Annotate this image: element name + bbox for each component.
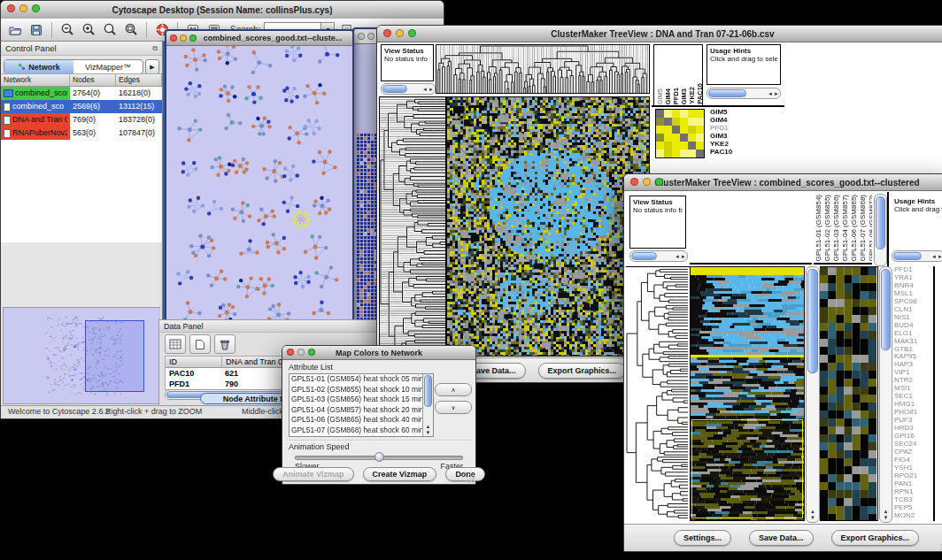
animation-speed-slider[interactable]	[295, 456, 463, 460]
zoom-in-icon[interactable]	[80, 21, 97, 39]
maximize-button[interactable]	[308, 349, 315, 356]
scroll-left-icon[interactable]: ◄	[675, 254, 680, 259]
network-row[interactable]: RNAPuberNov2+ 563(0) 107847(0)	[1, 127, 162, 140]
scroll-down-icon[interactable]: ▼	[810, 515, 815, 521]
close-button[interactable]	[287, 349, 294, 356]
maximize-button[interactable]	[32, 4, 40, 12]
attribute-option[interactable]: GPL51-02 (GSM855) heat shock 10 min	[291, 385, 422, 395]
network-view-canvas[interactable]	[166, 46, 349, 322]
minimize-button[interactable]	[643, 178, 651, 186]
treeview-button[interactable]: Save Data...	[749, 530, 814, 546]
close-button[interactable]	[7, 4, 15, 12]
scroll-up-icon[interactable]: ▲	[810, 509, 815, 515]
attribute-option[interactable]: GPL51-06 (GSM865) heat shock 40 min	[291, 415, 422, 426]
attribute-option[interactable]: GPL51-01 (GSM854) heat shock 05 min	[291, 374, 422, 385]
array-label[interactable]: GIM3	[681, 88, 688, 104]
scroll-left-icon[interactable]: ◄	[931, 254, 937, 259]
scrollbar-thumb[interactable]	[631, 252, 657, 260]
gene-label[interactable]: GIM3	[710, 132, 763, 140]
scroll-down-icon[interactable]: ▼	[423, 430, 433, 436]
genes-vscrollbar[interactable]: ▲▼	[879, 266, 892, 523]
attribute-option[interactable]: GPL51-07 (GSM868) heat shock 60 min	[291, 426, 422, 436]
slider-thumb[interactable]	[374, 452, 384, 462]
treeview2-titlebar[interactable]: ClusterMaker TreeView : combined_scores_…	[624, 174, 942, 191]
frame-close-button[interactable]	[170, 35, 177, 42]
tab-overflow-button[interactable]: ▶	[145, 59, 159, 74]
treeview-button[interactable]: Export Graphics...	[538, 363, 627, 379]
gene-label[interactable]: GIM4	[710, 116, 763, 124]
frame-close-button[interactable]	[358, 33, 365, 40]
row-dendrogram-canvas[interactable]	[380, 97, 445, 356]
scroll-right-icon[interactable]: ►	[681, 254, 686, 259]
tab-network[interactable]: Network	[4, 60, 73, 73]
scrollbar-thumb[interactable]	[876, 196, 885, 249]
column-dendrogram-canvas[interactable]	[436, 45, 649, 93]
minimize-button[interactable]	[396, 29, 404, 37]
close-button[interactable]	[630, 178, 638, 186]
gene-label[interactable]: GIM5	[710, 108, 763, 116]
attribute-option[interactable]: GPL51-04 (GSM857) heat shock 20 min	[291, 405, 422, 416]
scroll-right-icon[interactable]: ►	[774, 91, 779, 96]
usage-hints-hscrollbar[interactable]: ◄►	[706, 88, 781, 99]
tab-vizmapper[interactable]: VizMapper™	[73, 60, 143, 73]
column-header-id[interactable]: ID	[166, 357, 222, 367]
new-attribute-icon[interactable]	[189, 334, 211, 354]
listbox-vscrollbar[interactable]: ▲▼	[422, 374, 433, 436]
treeview-button[interactable]: Export Graphics...	[831, 530, 920, 546]
array-label[interactable]: GPL51-03 (GSM856)	[832, 195, 840, 262]
scroll-down-icon[interactable]: ▼	[884, 515, 889, 521]
move-up-button[interactable]: ∧	[435, 383, 472, 396]
scroll-up-icon[interactable]: ▲	[884, 509, 889, 515]
gene-label[interactable]: YKE2	[710, 140, 763, 148]
attribute-option[interactable]: GPL51-03 (GSM856) heat shock 15 min	[291, 395, 422, 405]
save-icon[interactable]	[27, 21, 45, 39]
open-file-icon[interactable]	[6, 21, 24, 39]
view-status-hscrollbar[interactable]: ◄►	[381, 83, 436, 95]
minimize-button[interactable]	[297, 349, 305, 356]
global-heatmap-canvas[interactable]	[691, 267, 804, 520]
close-button[interactable]	[383, 29, 391, 37]
treeview1-titlebar[interactable]: ClusterMaker TreeView : DNA and Tran 07-…	[377, 26, 942, 42]
dialog-titlebar[interactable]: Map Colors to Network	[282, 346, 475, 360]
gene-name[interactable]: MON2	[894, 512, 931, 520]
array-label[interactable]: YKE2	[689, 87, 696, 104]
heatmap-canvas[interactable]	[447, 97, 649, 356]
scrollbar-thumb[interactable]	[807, 269, 818, 373]
move-down-button[interactable]: ∨	[435, 401, 472, 414]
column-header-nodes[interactable]: Nodes	[70, 74, 116, 86]
zoom-selected-icon[interactable]	[101, 21, 119, 39]
frame-maximize-button[interactable]	[189, 35, 197, 42]
usage-hints-hscrollbar[interactable]: ◄►	[892, 250, 942, 262]
array-label[interactable]: GIM5	[657, 88, 664, 104]
frame-minimize-button[interactable]	[180, 35, 187, 42]
zoom-out-icon[interactable]	[58, 21, 76, 39]
array-label[interactable]: GPL51-06 (GSM865)	[850, 195, 858, 262]
scrollbar-thumb[interactable]	[382, 85, 407, 93]
labels-vscrollbar[interactable]	[874, 194, 887, 266]
frame-minimize-button[interactable]	[367, 33, 374, 40]
network-view-titlebar[interactable]: combined_scores_good.txt--cluste...	[166, 31, 352, 46]
array-label[interactable]: PAC10	[697, 83, 703, 104]
view-status-hscrollbar[interactable]: ◄►	[629, 250, 688, 262]
scroll-right-icon[interactable]: ►	[938, 254, 942, 259]
maximize-button[interactable]	[408, 29, 416, 37]
resize-grip[interactable]	[466, 474, 475, 483]
zoom-fit-icon[interactable]	[122, 21, 140, 39]
attribute-listbox[interactable]: GPL51-01 (GSM854) heat shock 05 minGPL51…	[289, 373, 434, 437]
submatrix-heatmap-canvas[interactable]	[656, 110, 704, 157]
row-dendrogram-canvas[interactable]	[626, 267, 688, 520]
array-label[interactable]: GPL51-02 (GSM855)	[823, 195, 831, 262]
scroll-right-icon[interactable]: ►	[429, 87, 434, 92]
array-label[interactable]: PFD1	[673, 88, 680, 104]
network-row[interactable]: combined_scores 2764(0) 16218(0)	[1, 87, 162, 100]
column-header-edges[interactable]: Edges	[116, 74, 162, 86]
float-panel-icon[interactable]: ⧉	[152, 44, 158, 53]
scrollbar-thumb[interactable]	[424, 375, 432, 407]
network-overview-canvas[interactable]	[4, 308, 160, 400]
array-label[interactable]: GPL51-08 (GSM872)	[868, 195, 872, 262]
treeview-button[interactable]: Settings...	[674, 530, 731, 546]
scrollbar-thumb[interactable]	[881, 269, 891, 350]
scrollbar-thumb[interactable]	[893, 252, 922, 260]
scroll-left-icon[interactable]: ◄	[422, 87, 428, 92]
dialog-button[interactable]: Create Vizmap	[363, 467, 437, 481]
